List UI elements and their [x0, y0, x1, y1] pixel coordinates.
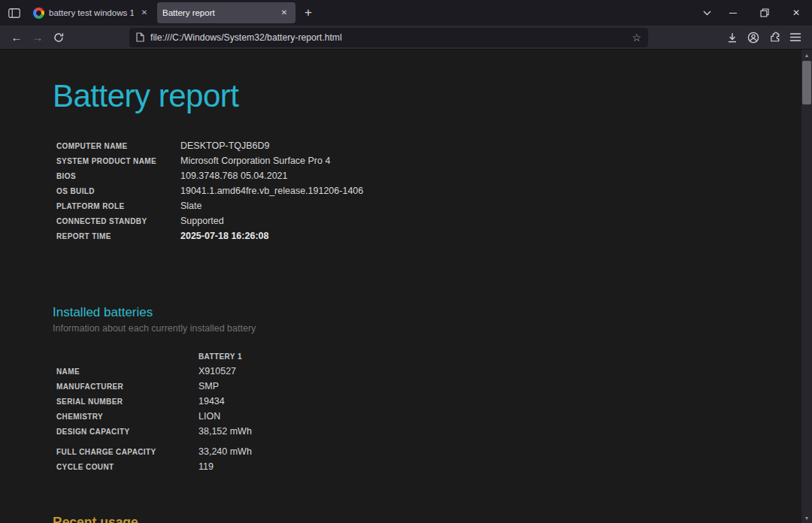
- info-row-report-time: REPORT TIME2025-07-18 16:26:08: [56, 228, 812, 243]
- back-button[interactable]: ←: [6, 27, 27, 48]
- tab-title: Battery report: [162, 8, 274, 17]
- installed-batteries-table: BATTERY 1 NAMEX910527 MANUFACTURERSMP SE…: [56, 349, 812, 474]
- tab-battery-test-search[interactable]: battery test windows 10 - Goog ✕: [28, 2, 156, 23]
- scrollbar[interactable]: ▲ ▼: [801, 50, 812, 523]
- tab-close-icon[interactable]: ✕: [278, 7, 290, 19]
- system-info-table: COMPUTER NAMEDESKTOP-TQJB6D9 SYSTEM PROD…: [56, 138, 812, 243]
- toolbar-buttons: [722, 27, 806, 48]
- downloads-button[interactable]: [722, 27, 743, 48]
- info-row: PLATFORM ROLESlate: [56, 198, 812, 213]
- account-button[interactable]: [743, 27, 764, 48]
- battery-column-header: BATTERY 1: [198, 352, 242, 361]
- new-tab-button[interactable]: +: [298, 3, 318, 23]
- url-text: file:///C:/Windows/System32/battery-repo…: [150, 32, 626, 43]
- address-bar[interactable]: file:///C:/Windows/System32/battery-repo…: [129, 28, 648, 47]
- minimize-button[interactable]: [717, 0, 749, 26]
- firefox-view-button[interactable]: [5, 3, 24, 23]
- reload-button[interactable]: [48, 27, 69, 48]
- battery-row: MANUFACTURERSMP: [56, 379, 812, 394]
- close-window-button[interactable]: ✕: [780, 0, 812, 26]
- bookmark-star-icon[interactable]: ☆: [632, 32, 641, 44]
- list-all-tabs-button[interactable]: [696, 2, 717, 23]
- section-subtitle: Information about each currently install…: [53, 323, 812, 334]
- restore-button[interactable]: [749, 0, 780, 26]
- battery-row: NAMEX910527: [56, 364, 812, 379]
- info-row: SYSTEM PRODUCT NAMEMicrosoft Corporation…: [56, 153, 812, 168]
- hamburger-menu-icon: [790, 33, 801, 41]
- extensions-puzzle-icon: [769, 32, 780, 43]
- battery-row: CYCLE COUNT119: [56, 459, 812, 474]
- tab-bar: battery test windows 10 - Goog ✕ Battery…: [0, 0, 812, 26]
- page-title: Battery report: [53, 78, 812, 114]
- chevron-down-icon: [703, 11, 711, 16]
- scroll-up-arrow-icon[interactable]: ▲: [801, 50, 812, 60]
- battery-row: FULL CHARGE CAPACITY33,240 mWh: [56, 444, 812, 459]
- forward-button[interactable]: →: [27, 27, 48, 48]
- browser-window: battery test windows 10 - Goog ✕ Battery…: [0, 0, 812, 523]
- page-content: Battery report COMPUTER NAMEDESKTOP-TQJB…: [0, 50, 812, 523]
- google-favicon-icon: [33, 8, 44, 19]
- info-row: BIOS109.3748.768 05.04.2021: [56, 168, 812, 183]
- battery-row: DESIGN CAPACITY38,152 mWh: [56, 424, 812, 439]
- tab-battery-report[interactable]: Battery report ✕: [157, 2, 295, 23]
- info-row: COMPUTER NAMEDESKTOP-TQJB6D9: [56, 138, 812, 153]
- download-icon: [727, 32, 738, 43]
- menu-button[interactable]: [785, 27, 806, 48]
- tab-close-icon[interactable]: ✕: [138, 7, 150, 19]
- firefox-view-icon: [8, 8, 20, 18]
- battery-row: SERIAL NUMBER19434: [56, 394, 812, 409]
- restore-icon: [760, 8, 769, 17]
- minimize-icon: [729, 13, 737, 14]
- scrollbar-thumb[interactable]: [802, 61, 811, 104]
- account-icon: [747, 32, 759, 44]
- scroll-down-arrow-icon[interactable]: ▼: [801, 512, 812, 523]
- battery-header-row: BATTERY 1: [56, 349, 812, 364]
- battery-row: CHEMISTRYLION: [56, 409, 812, 424]
- reload-icon: [53, 32, 64, 43]
- section-heading-recent-usage: Recent usage: [53, 515, 812, 523]
- section-heading-installed-batteries: Installed batteries: [53, 305, 812, 320]
- page-file-icon: [136, 32, 144, 42]
- extensions-button[interactable]: [764, 27, 785, 48]
- navigation-bar: ← → file:///C:/Windows/System32/battery-…: [0, 26, 812, 50]
- info-row: CONNECTED STANDBYSupported: [56, 213, 812, 228]
- info-row: OS BUILD19041.1.amd64fre.vb_release.1912…: [56, 183, 812, 198]
- tab-title: battery test windows 10 - Goog: [49, 8, 134, 17]
